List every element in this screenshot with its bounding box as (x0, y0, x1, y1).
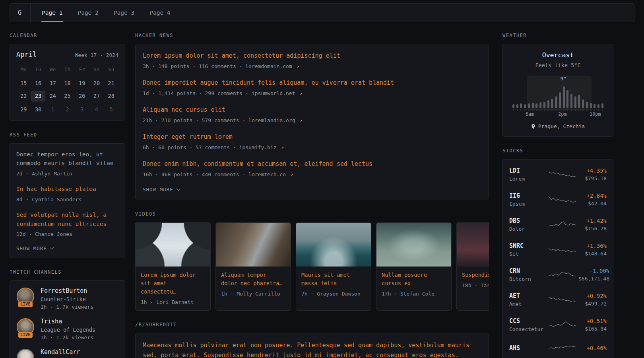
weather-bar (563, 86, 565, 108)
topbar: G Page 1Page 2Page 3Page 4 (10, 3, 634, 22)
weather-bar-column (535, 103, 537, 111)
tab-page-3[interactable]: Page 3 (114, 4, 134, 22)
video-thumbnail[interactable] (136, 223, 210, 267)
weather-bar (528, 103, 530, 108)
calendar-date[interactable]: 26 (75, 91, 89, 101)
hacker-news-item-title[interactable]: Donec imperdiet augue tincidunt felis al… (143, 78, 481, 88)
video-thumbnail[interactable] (376, 223, 451, 267)
calendar-date[interactable]: 17 (45, 78, 60, 88)
calendar-date[interactable]: 22 (16, 91, 31, 101)
calendar-date[interactable]: 18 (60, 78, 75, 88)
calendar-date[interactable]: 4 (89, 105, 104, 114)
calendar-date[interactable]: 27 (89, 91, 104, 101)
external-link-icon[interactable]: ↗ (294, 64, 299, 69)
hacker-news-item-title[interactable]: Lorem ipsum dolor sit amet, consectetur … (143, 51, 481, 60)
stock-symbol: IIG (509, 192, 546, 199)
external-link-icon[interactable]: ↗ (278, 145, 284, 150)
video-card[interactable]: Suspendisse diam18h · Tara (456, 222, 489, 311)
hacker-news-item-title[interactable]: Aliquam nec cursus elit (143, 105, 481, 115)
weather-bar-column (570, 94, 572, 111)
calendar-date[interactable]: 15 (16, 78, 31, 88)
stock-row[interactable]: IIGIpsum+2.84%$42.04 (509, 187, 607, 212)
twitch-avatar[interactable]: LIVE (16, 287, 35, 305)
weather-bar-dot (582, 109, 584, 111)
video-title[interactable]: Aliquam tempor dolor nec pharetra… (221, 271, 285, 288)
video-thumbnail[interactable] (457, 223, 489, 267)
rss-show-more-button[interactable]: SHOW MORE (16, 245, 118, 251)
calendar-date[interactable]: 21 (104, 78, 118, 88)
twitch-channel-name[interactable]: Trisha (41, 318, 95, 325)
calendar-date[interactable]: 30 (31, 105, 46, 114)
rss-item: In hac habitasse platea8d · Cynthia Saun… (16, 185, 118, 203)
stock-row[interactable]: DBSDolor+1.42%$156.28 (509, 212, 607, 237)
calendar-date[interactable]: 25 (60, 91, 75, 101)
video-card[interactable]: Nullam posuere cursus ex17h · Stefan Col… (376, 222, 452, 311)
stock-row[interactable]: AETAmet+0.92%$499.72 (509, 287, 607, 312)
video-thumbnail[interactable] (216, 223, 291, 267)
rss-item-title[interactable]: Donec tempor eros leo, ut commodo mauris… (16, 150, 118, 168)
twitch-avatar[interactable]: LIVE (16, 318, 35, 336)
weather-bar (590, 103, 592, 108)
calendar-date[interactable]: 5 (104, 105, 118, 114)
subreddit-section-title: /R/SUBREDDIT (135, 322, 489, 327)
tab-page-4[interactable]: Page 4 (149, 4, 170, 22)
video-title[interactable]: Suspendisse diam (462, 271, 489, 279)
weather-feels-like: Feels like 5°C (510, 62, 606, 68)
stock-identity: CCSConsectetur (509, 317, 546, 332)
rss-item-title[interactable]: In hac habitasse platea (16, 185, 118, 193)
rss-item-meta: 7d · Ashlyn Martin (16, 170, 118, 178)
video-title[interactable]: Lorem ipsum dolor sit amet consectetu… (141, 271, 205, 296)
weather-bar (594, 104, 596, 108)
stock-row[interactable]: AHS+0.46% (509, 337, 607, 358)
hacker-news-item-title[interactable]: Donec enim nibh, condimentum et accumsan… (143, 160, 481, 169)
video-card[interactable]: Aliquam tempor dolor nec pharetra…1h · M… (215, 222, 291, 311)
stock-price: $165.84 (585, 326, 607, 332)
weather-bar (578, 95, 580, 108)
twitch-channel-name[interactable]: ForrestBurton (41, 287, 93, 294)
external-link-icon[interactable]: ↗ (297, 118, 303, 123)
weather-bar-column (601, 103, 603, 111)
calendar-date-selected[interactable]: 23 (31, 91, 46, 101)
video-title[interactable]: Mauris sit amet massa felis (301, 271, 366, 288)
calendar-date[interactable]: 29 (16, 105, 31, 114)
calendar-date[interactable]: 1 (45, 105, 60, 114)
weather-bar-dot (524, 109, 526, 111)
stock-row[interactable]: LDILorem+4.35%$795.18 (509, 162, 607, 187)
external-link-icon[interactable]: ↗ (297, 91, 303, 96)
calendar-section-title: CALENDAR (10, 33, 125, 38)
hacker-news-item-title[interactable]: Integer eget rutrum lorem (143, 132, 481, 142)
video-card[interactable]: Lorem ipsum dolor sit amet consectetu…1h… (135, 222, 211, 311)
weather-bar (532, 103, 534, 108)
stock-row[interactable]: SNRCSit+1.36%$148.64 (509, 237, 607, 262)
calendar-date[interactable]: 19 (75, 78, 89, 88)
calendar-date[interactable]: 20 (89, 78, 104, 88)
twitch-avatar[interactable] (16, 348, 35, 358)
calendar-date[interactable]: 16 (31, 78, 46, 88)
rss-widget: RSS FEED Donec tempor eros leo, ut commo… (10, 132, 125, 258)
stock-values: +0.46% (586, 345, 607, 351)
subreddit-post-title[interactable]: Maecenas mollis pulvinar erat non posuer… (143, 340, 481, 358)
video-thumbnail[interactable] (296, 223, 371, 267)
stock-row[interactable]: CRNBitcorn-1.00%$66,171.48 (509, 262, 607, 287)
twitch-channel-name[interactable]: KendallCarr (41, 348, 80, 356)
external-link-icon[interactable]: ↗ (287, 172, 293, 177)
stock-row[interactable]: CCSConsectetur+0.51%$165.84 (509, 312, 607, 337)
calendar-date[interactable]: 28 (104, 91, 118, 101)
tab-page-2[interactable]: Page 2 (78, 4, 98, 22)
hacker-news-show-more-button[interactable]: SHOW MORE (143, 187, 481, 193)
video-card[interactable]: Mauris sit amet massa felis7h · Grayson … (296, 222, 371, 311)
tab-page-1[interactable]: Page 1 (42, 4, 62, 22)
app-logo[interactable]: G (18, 4, 31, 22)
rss-item: Sed volutpat nulla nisl, a condimentum n… (16, 210, 118, 238)
weather-bar-dot (513, 109, 514, 111)
weather-bar-column (586, 102, 588, 111)
calendar-date[interactable]: 2 (60, 105, 75, 114)
calendar-date[interactable]: 24 (45, 91, 60, 101)
rss-item-title[interactable]: Sed volutpat nulla nisl, a condimentum n… (16, 210, 118, 228)
weather-bar (574, 96, 576, 108)
video-title[interactable]: Nullam posuere cursus ex (382, 271, 446, 288)
calendar-date[interactable]: 3 (75, 105, 89, 114)
video-card-row: Lorem ipsum dolor sit amet consectetu…1h… (135, 222, 489, 311)
stock-sparkline (548, 342, 576, 354)
chevron-down-icon (50, 245, 54, 249)
